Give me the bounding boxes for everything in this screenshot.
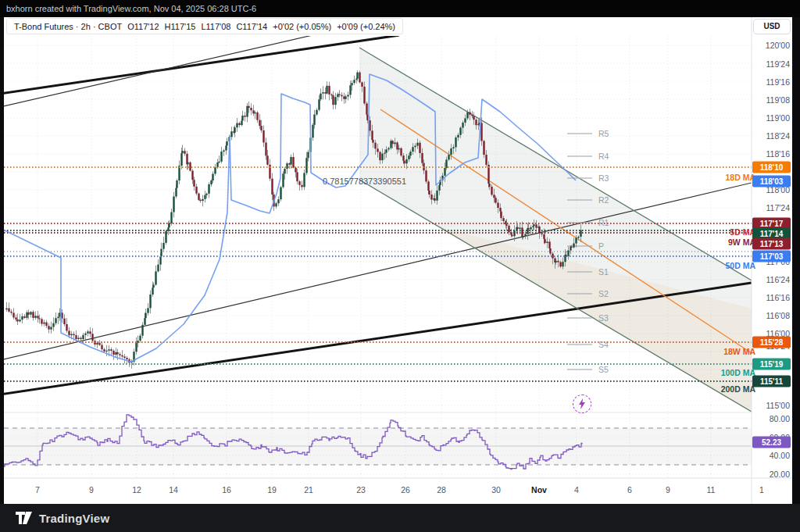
pivot-label: R4 [598,152,609,161]
tradingview-snapshot: bxhorn created with TradingView.com, Nov… [0,0,800,532]
ma-label: 100D MA [660,368,755,377]
price-tick-label: 115'00 [766,401,790,410]
ma-label: 50D MA [660,261,755,270]
ma-label: 200D MA [660,384,755,394]
price-badge: 115'19 [752,359,791,370]
time-tick-label: 9 [666,485,670,495]
ma-label: 5D MA [660,227,755,237]
time-tick-label: 28 [437,485,446,495]
legend-value: L117'08 [201,22,230,31]
price-tick-label: 120'00 [766,41,790,50]
price-badge: 118'03 [752,176,791,187]
pivot-label: R3 [598,173,609,183]
currency-button[interactable]: USD [753,19,791,34]
time-tick-label: 1 [759,485,764,495]
pivot-label: S5 [598,365,609,374]
time-tick-label: 14 [169,485,178,495]
legend-value: +0'09 (+0.24%) [337,22,395,31]
price-tick-label: 118'16 [766,149,790,159]
time-tick-label: 26 [401,485,410,495]
time-tick-label: Nov [531,485,547,495]
ma-label: 9W MA [660,237,755,247]
price-tick-label: 116'08 [766,311,790,320]
price-tick-label: 119'24 [766,59,790,69]
pivot-label: S4 [598,340,609,349]
ma-label: 18D MA [660,173,755,182]
pivot-label: P [598,241,604,251]
pivot-label: S1 [598,267,609,277]
ma-label: 18W MA [660,347,755,356]
time-tick-label: 19 [267,485,277,495]
price-tick-label: 117'24 [766,203,790,212]
tradingview-wordmark[interactable]: TradingView [39,512,109,525]
price-badge: 115'11 [752,376,791,387]
price-badge: 115'28 [752,337,791,348]
pivot-label: R5 [598,129,609,138]
footer-bar: TradingView [0,504,800,532]
tradingview-logo-icon[interactable] [16,512,33,524]
price-tick-label: 40.00 [770,451,790,460]
time-tick-label: 4 [574,485,579,495]
time-tick-label: 16 [222,485,231,495]
pivot-label: S3 [598,313,609,323]
price-tick-label: 119'08 [766,95,790,105]
pivot-label: R1 [598,218,609,227]
price-tick-label: 116'24 [766,275,790,284]
time-tick-label: 6 [627,485,632,495]
pivot-label: R2 [598,195,609,205]
price-badge: 118'10 [752,162,791,173]
time-tick-label: 23 [356,485,366,495]
lightning-icon [578,398,586,409]
price-tick-label: 119'16 [766,77,790,87]
time-tick-label: 7 [35,485,40,495]
time-tick-label: 30 [491,485,501,495]
legend-value: +0'02 (+0.05%) [273,22,331,31]
price-tick-label: 20.00 [770,470,790,479]
lightning-marker[interactable] [573,395,591,413]
time-tick-label: 12 [132,485,141,495]
time-tick-label: 11 [707,485,716,495]
correlation-value-label: 0.7815778373390551 [323,177,406,186]
price-tick-label: 118'24 [766,131,790,141]
price-tick-label: 119'00 [766,113,790,123]
legend-value: O117'12 [127,22,159,31]
time-tick-label: 21 [304,485,313,495]
symbol-title: T-Bond Futures · 2h · CBOT [14,22,122,31]
price-badge: 52.23 [752,437,791,448]
legend-value: C117'14 [236,22,267,31]
price-badge: 117'03 [752,251,791,262]
symbol-legend[interactable]: T-Bond Futures · 2h · CBOT O117'12H117'1… [6,18,403,34]
price-tick-label: 80.00 [770,414,790,423]
price-badge: 117'13 [752,238,791,250]
time-tick-label: 9 [89,485,94,495]
pivot-label: S2 [598,289,609,298]
legend-value: H117'15 [165,22,196,31]
price-tick-label: 116'16 [766,293,790,302]
